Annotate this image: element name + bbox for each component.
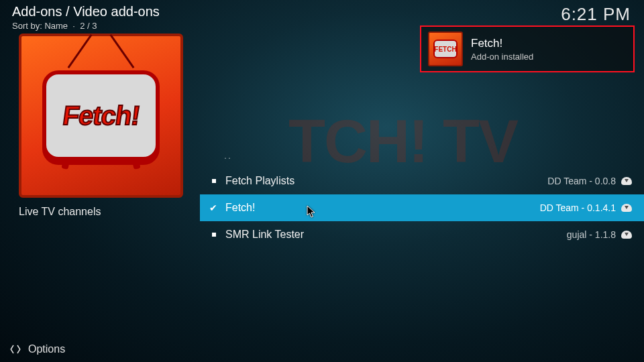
- side-panel: Fetch! Live TV channels: [19, 34, 183, 218]
- parent-directory[interactable]: ..: [200, 147, 644, 168]
- sort-value: Name: [44, 21, 68, 31]
- list-item-meta: DD Team - 0.1.4.1: [540, 202, 616, 213]
- list-item-meta: DD Team - 0.0.8: [547, 176, 616, 186]
- notification-title: Fetch!: [471, 37, 533, 50]
- list-item-name: Fetch!: [225, 202, 540, 214]
- addon-logo-text: Fetch!: [60, 101, 141, 131]
- download-icon: [621, 177, 632, 185]
- download-icon: [621, 204, 632, 212]
- addon-icon: Fetch!: [19, 34, 183, 198]
- addon-description: Live TV channels: [19, 206, 183, 218]
- sort-label: Sort by:: [12, 21, 42, 31]
- bullet-icon: [212, 233, 216, 237]
- options-icon: [9, 343, 21, 355]
- sort-line: Sort by: Name · 2 / 3: [12, 21, 160, 31]
- list-item[interactable]: Fetch Playlists DD Team - 0.0.8: [200, 168, 644, 194]
- header: Add-ons / Video add-ons Sort by: Name · …: [12, 4, 160, 31]
- bullet-icon: [212, 179, 216, 183]
- download-icon: [621, 231, 632, 239]
- list-item-name: Fetch Playlists: [225, 175, 547, 187]
- options-button[interactable]: Options: [9, 343, 65, 355]
- list-item[interactable]: SMR Link Tester gujal - 1.1.8: [200, 221, 644, 248]
- addon-list: .. Fetch Playlists DD Team - 0.0.8 ✔ Fet…: [200, 147, 644, 248]
- notification-message: Add-on installed: [471, 52, 533, 62]
- list-position: 2 / 3: [80, 21, 97, 31]
- list-item[interactable]: ✔ Fetch! DD Team - 0.1.4.1: [200, 194, 644, 221]
- clock: 6:21 PM: [561, 4, 631, 25]
- check-icon: ✔: [209, 202, 220, 213]
- tv-icon: Fetch!: [42, 70, 160, 161]
- notification-toast: FETCH Fetch! Add-on installed: [420, 25, 635, 72]
- list-item-meta: gujal - 1.1.8: [567, 229, 616, 240]
- breadcrumb: Add-ons / Video add-ons: [12, 4, 160, 19]
- list-item-name: SMR Link Tester: [225, 229, 567, 241]
- notification-icon: FETCH: [428, 32, 463, 66]
- options-label: Options: [28, 343, 65, 355]
